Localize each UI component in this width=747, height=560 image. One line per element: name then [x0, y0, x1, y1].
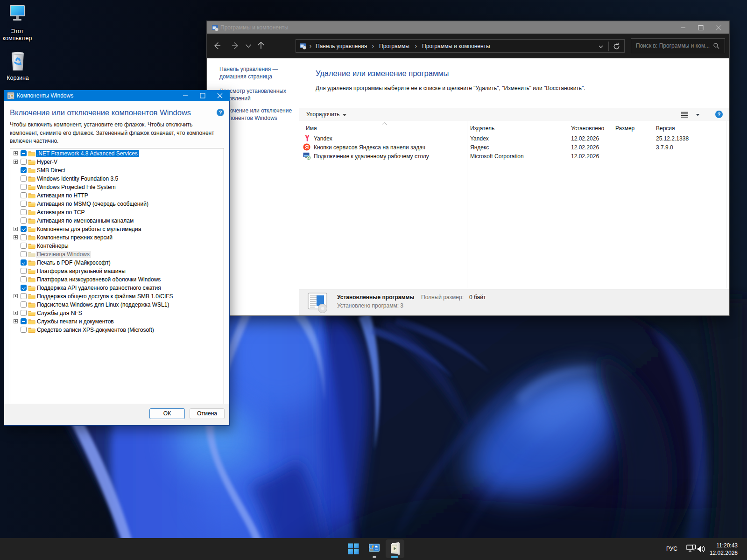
svg-text:?: ?	[718, 112, 721, 117]
svg-text:Я: Я	[305, 144, 309, 150]
svg-text:?: ?	[219, 110, 222, 115]
